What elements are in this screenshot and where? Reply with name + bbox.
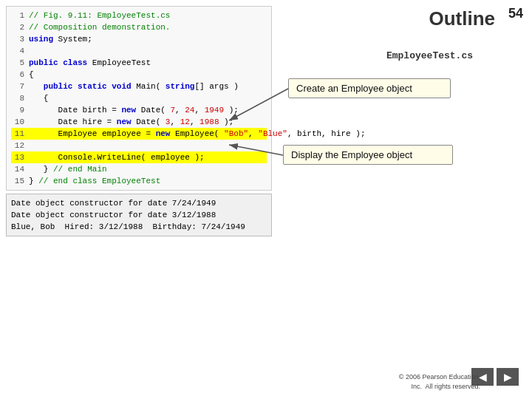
code-line-14: 14 } // end Main: [11, 163, 267, 175]
code-panel: 1// Fig. 9.11: EmployeeTest.cs 2// Compo…: [6, 6, 272, 191]
outline-title: Outline: [429, 7, 495, 30]
callout-display: Display the Employee object: [283, 145, 453, 165]
code-line-1: 1// Fig. 9.11: EmployeeTest.cs: [11, 10, 267, 21]
code-line-2: 2// Composition demonstration.: [11, 21, 267, 33]
code-line-5: 5public class EmployeeTest: [11, 57, 267, 69]
code-line-12: 12: [11, 140, 267, 151]
code-line-8: 8 {: [11, 92, 267, 104]
filename-label: EmployeeTest.cs: [386, 50, 473, 61]
code-line-11: 11 Employee employee = new Employee( "Bo…: [11, 128, 267, 140]
copyright: © 2006 Pearson Education,Inc. All rights…: [399, 372, 480, 392]
code-line-13: 13 Console.WriteLine( employee );: [11, 151, 267, 163]
code-line-9: 9 Date birth = new Date( 7, 24, 1949 );: [11, 104, 267, 116]
code-line-10: 10 Date hire = new Date( 3, 12, 1988 );: [11, 116, 267, 128]
code-line-15: 15} // end class EmployeeTest: [11, 175, 267, 187]
output-line-2: Date object constructor for date 3/12/19…: [11, 209, 267, 221]
output-line-3: Blue, Bob Hired: 3/12/1988 Birthday: 7/2…: [11, 221, 267, 233]
code-line-3: 3using System;: [11, 33, 267, 45]
code-line-7: 7 public static void Main( string[] args…: [11, 81, 267, 92]
code-line-6: 6{: [11, 69, 267, 81]
next-button[interactable]: ▶: [497, 368, 519, 386]
output-panel: Date object constructor for date 7/24/19…: [6, 194, 272, 236]
page-number: 54: [508, 6, 523, 21]
callout-create: Create an Employee object: [288, 78, 451, 98]
code-line-4: 4: [11, 45, 267, 57]
output-line-1: Date object constructor for date 7/24/19…: [11, 197, 267, 209]
